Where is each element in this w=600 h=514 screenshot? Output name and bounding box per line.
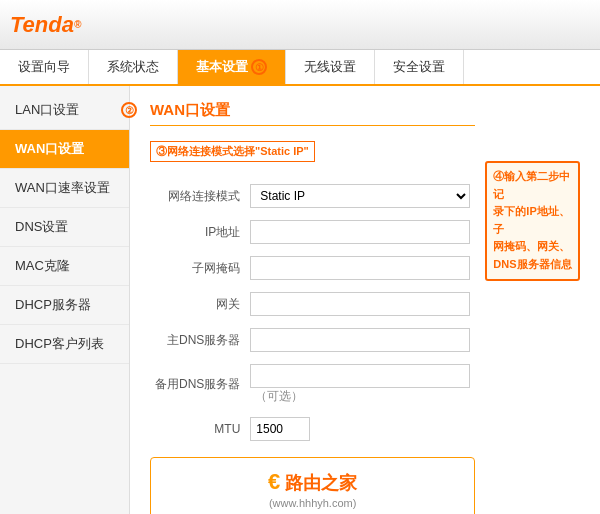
nav-item-security[interactable]: 安全设置	[375, 50, 464, 84]
network-mode-label: 网络连接模式	[150, 178, 245, 214]
brand-name: Tenda	[10, 12, 74, 38]
step1-annotation: ①	[251, 59, 267, 75]
optional-text: （可选）	[255, 389, 303, 403]
sidebar-item-dhcp-server[interactable]: DHCP服务器	[0, 286, 129, 325]
sidebar-item-dhcp-clients[interactable]: DHCP客户列表	[0, 325, 129, 364]
table-row-mode: 网络连接模式 Static IP	[150, 178, 475, 214]
nav-item-basic-settings[interactable]: 基本设置 ①	[178, 50, 286, 84]
sidebar-item-wan[interactable]: WAN口设置	[0, 130, 129, 169]
table-row-ip: IP地址	[150, 214, 475, 250]
top-nav: 设置向导 系统状态 基本设置 ① 无线设置 安全设置	[0, 50, 600, 86]
nav-item-system-status[interactable]: 系统状态	[89, 50, 178, 84]
watermark-icon: €	[268, 469, 280, 494]
watermark-brand: 路由之家	[285, 473, 357, 493]
sidebar-item-wan-rate[interactable]: WAN口速率设置	[0, 169, 129, 208]
mtu-input[interactable]: 1500	[250, 417, 310, 441]
table-row-gateway: 网关	[150, 286, 475, 322]
ip-input[interactable]	[250, 220, 470, 244]
content-area: WAN口设置 ③网络连接模式选择"Static IP" 网络连接模式 Stati…	[130, 86, 600, 514]
nav-item-wireless[interactable]: 无线设置	[286, 50, 375, 84]
header: Tenda®	[0, 0, 600, 50]
secondary-dns-label: 备用DNS服务器	[150, 358, 245, 411]
ip-label: IP地址	[150, 214, 245, 250]
wan-form: 网络连接模式 Static IP IP地址	[150, 178, 475, 447]
watermark-text: € 路由之家	[151, 463, 474, 497]
sidebar-item-lan[interactable]: LAN口设置 ②	[0, 91, 129, 130]
secondary-dns-input[interactable]	[250, 364, 470, 388]
table-row-mtu: MTU 1500	[150, 411, 475, 447]
step2-annotation: ②	[121, 102, 137, 118]
main-layout: LAN口设置 ② WAN口设置 WAN口速率设置 DNS设置 MAC克隆 DHC…	[0, 86, 600, 514]
network-mode-select[interactable]: Static IP	[250, 184, 470, 208]
brand-logo: Tenda®	[10, 12, 81, 38]
gateway-input[interactable]	[250, 292, 470, 316]
brand-tm: ®	[74, 19, 81, 30]
page-title: WAN口设置	[150, 101, 475, 126]
sidebar-item-mac[interactable]: MAC克隆	[0, 247, 129, 286]
table-row-secondary-dns: 备用DNS服务器 （可选）	[150, 358, 475, 411]
sidebar-item-dns[interactable]: DNS设置	[0, 208, 129, 247]
table-row-subnet: 子网掩码	[150, 250, 475, 286]
mtu-label: MTU	[150, 411, 245, 447]
gateway-label: 网关	[150, 286, 245, 322]
primary-dns-label: 主DNS服务器	[150, 322, 245, 358]
subnet-label: 子网掩码	[150, 250, 245, 286]
step3-annotation: ③网络连接模式选择"Static IP"	[150, 141, 315, 162]
table-row-primary-dns: 主DNS服务器	[150, 322, 475, 358]
sidebar: LAN口设置 ② WAN口设置 WAN口速率设置 DNS设置 MAC克隆 DHC…	[0, 86, 130, 514]
nav-item-setup-wizard[interactable]: 设置向导	[0, 50, 89, 84]
primary-dns-input[interactable]	[250, 328, 470, 352]
watermark-url: (www.hhhyh.com)	[151, 497, 474, 513]
step4-annotation: ④输入第二步中记 录下的IP地址、子 网掩码、网关、 DNS服务器信息	[485, 161, 580, 281]
subnet-input[interactable]	[250, 256, 470, 280]
